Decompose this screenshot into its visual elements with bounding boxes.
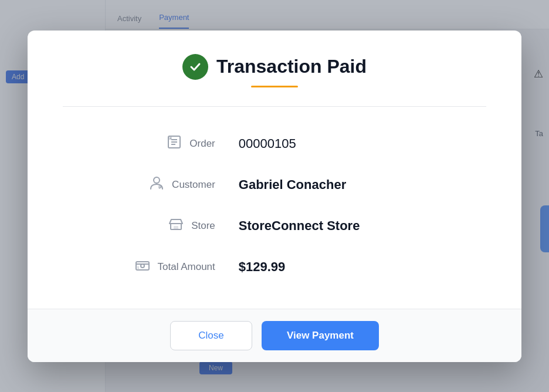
customer-value: Gabriel Conacher	[239, 177, 346, 192]
header-row: Transaction Paid	[182, 54, 367, 80]
modal-footer: Close View Payment	[28, 309, 521, 362]
svg-text:#: #	[170, 136, 172, 140]
modal-header: Transaction Paid	[63, 54, 486, 87]
svg-text:$: $	[137, 266, 139, 269]
store-value: StoreConnect Store	[239, 218, 360, 234]
store-label-group: Store	[86, 216, 215, 236]
store-label: Store	[191, 220, 215, 232]
title-underline	[251, 86, 298, 87]
order-icon: #	[166, 134, 182, 154]
close-button[interactable]: Close	[170, 321, 252, 350]
customer-row: Customer Gabriel Conacher	[63, 164, 486, 205]
store-row: Store StoreConnect Store	[63, 205, 486, 246]
total-amount-row: $ Total Amount $129.99	[63, 246, 486, 288]
modal-body: Transaction Paid	[28, 31, 521, 309]
svg-rect-9	[174, 226, 178, 229]
customer-icon	[148, 175, 165, 195]
store-icon	[168, 216, 184, 236]
amount-icon: $	[134, 257, 151, 277]
svg-point-6	[154, 177, 160, 183]
modal-overlay: Transaction Paid	[0, 0, 549, 392]
header-divider	[63, 106, 486, 107]
order-label-group: # Order	[86, 134, 215, 154]
customer-label-group: Customer	[86, 175, 215, 195]
total-amount-label-group: $ Total Amount	[86, 257, 215, 277]
order-row: # Order 00000105	[63, 123, 486, 164]
detail-rows: # Order 00000105	[63, 123, 486, 288]
success-check-icon	[182, 54, 208, 80]
total-amount-label: Total Amount	[158, 261, 215, 273]
total-amount-value: $129.99	[239, 259, 286, 275]
modal-title: Transaction Paid	[216, 56, 367, 77]
view-payment-button[interactable]: View Payment	[262, 321, 379, 350]
customer-label: Customer	[172, 179, 215, 191]
transaction-paid-modal: Transaction Paid	[28, 31, 521, 362]
order-value: 00000105	[239, 136, 296, 151]
order-label: Order	[189, 138, 215, 150]
